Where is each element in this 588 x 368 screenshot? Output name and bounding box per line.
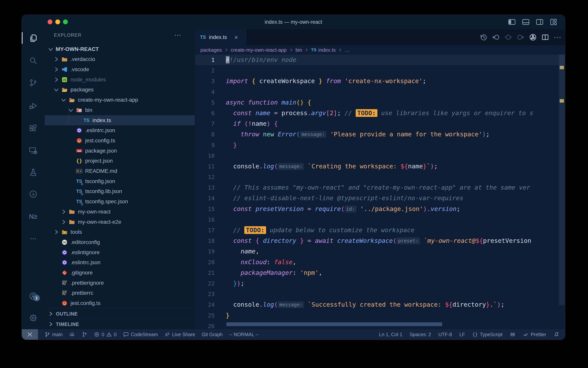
status-item-cursor-position[interactable]: Ln 1, Col 1	[379, 332, 402, 337]
tree-item-tsconfig.spec.json[interactable]: TS⚙tsconfig.spec.json	[45, 197, 195, 207]
breadcrumb-item[interactable]: …	[344, 47, 350, 53]
code-line-18[interactable]: 18 const { directory } = await createWor…	[195, 236, 565, 246]
code-line-25[interactable]: 25}	[195, 310, 565, 321]
code-line-14[interactable]: 14 // eslint-disable-next-line @typescri…	[195, 193, 565, 203]
status-item-encoding[interactable]: UTF-8	[438, 332, 452, 337]
status-item-notifications[interactable]	[553, 331, 559, 337]
status-item-indentation[interactable]: Spaces: 2	[410, 332, 431, 337]
code-line-5[interactable]: 5async function main() {	[195, 97, 565, 108]
code-line-15[interactable]: 15 const presetVersion = require(id: '..…	[195, 204, 565, 214]
toggle-secondary-sidebar-icon[interactable]	[535, 18, 544, 26]
status-item-language-mode[interactable]: {}TypeScript	[472, 332, 502, 337]
status-item-remote-indicator[interactable]	[22, 329, 38, 340]
toggle-panel-icon[interactable]	[522, 18, 530, 26]
timeline-history-icon[interactable]	[480, 33, 488, 41]
code-line-8[interactable]: 8 throw new Error(message: 'Please provi…	[195, 129, 565, 140]
tree-item-package.json[interactable]: npmpackage.json	[45, 146, 195, 156]
activity-item-search[interactable]	[22, 55, 44, 66]
tree-item-.editorconfig[interactable]: .editorconfig	[45, 237, 195, 248]
status-item-live-share[interactable]: Live Share	[164, 331, 195, 337]
horizontal-scrollbar[interactable]	[226, 322, 442, 326]
status-item-publish-sync[interactable]	[69, 331, 75, 337]
tree-item-README.md[interactable]: README.md	[45, 166, 195, 176]
tree-item-index.ts[interactable]: TSindex.ts	[45, 115, 195, 125]
code-line-6[interactable]: 6 const name = process.argv[2]; // TODO:…	[195, 108, 565, 119]
tree-item-jest.config.ts[interactable]: jest.config.ts	[45, 136, 195, 146]
tree-item-jest.config.ts[interactable]: jest.config.ts	[45, 298, 195, 308]
breadcrumb-item[interactable]: create-my-own-react-app	[231, 47, 287, 53]
tree-item-node_modules[interactable]: JSnode_modules	[45, 74, 195, 85]
more-actions-icon[interactable]: ⋯	[553, 33, 561, 42]
breadcrumb-item[interactable]: bin	[296, 47, 302, 53]
code-line-2[interactable]: 2	[195, 65, 565, 76]
close-tab-icon[interactable]: ×	[234, 34, 238, 40]
git-graph-view-icon[interactable]	[529, 33, 537, 41]
tree-item-.verdaccio[interactable]: .verdaccio	[45, 54, 195, 64]
tree-section-root[interactable]: MY-OWN-REACT	[45, 44, 195, 54]
status-item-git-branch[interactable]: main	[44, 331, 63, 337]
vertical-scrollbar[interactable]	[559, 55, 565, 305]
tree-item-.eslintrc.json[interactable]: .eslintrc.json	[45, 258, 195, 268]
tree-item-tools[interactable]: tools	[45, 227, 195, 237]
tree-item-.vscode[interactable]: .vscode	[45, 64, 195, 75]
navigate-forward-icon[interactable]	[517, 33, 525, 41]
activity-item-nx-console[interactable]: N≥	[22, 211, 44, 222]
status-item-eol[interactable]: LF	[459, 332, 465, 337]
split-editor-icon[interactable]	[541, 33, 549, 41]
tree-item-tsconfig.json[interactable]: TS⚙tsconfig.json	[45, 176, 195, 186]
activity-item-more-views[interactable]: ⋯	[22, 233, 44, 244]
sidebar-panel-timeline[interactable]: TIMELINE	[45, 319, 195, 329]
activity-item-account[interactable]: 1	[22, 290, 44, 302]
activity-item-remote-explorer[interactable]	[22, 145, 44, 156]
tree-item-project.json[interactable]: {}project.json	[45, 156, 195, 166]
code-line-24[interactable]: 24 console.log(message: `Successfully cr…	[195, 299, 565, 310]
status-item-codestream[interactable]: CodeStream	[123, 331, 158, 337]
tree-item-.prettierignore[interactable]: .prettierignore	[45, 278, 195, 288]
customize-layout-icon[interactable]	[549, 18, 558, 26]
code-editor[interactable]: 1#!/usr/bin/env node23import { createWor…	[195, 55, 565, 329]
code-line-22[interactable]: 22 });	[195, 278, 565, 289]
code-line-3[interactable]: 3import { createWorkspace } from 'create…	[195, 76, 565, 86]
breadcrumb-item[interactable]: index.ts	[318, 47, 336, 53]
status-item-git-graph[interactable]: Git Graph	[202, 332, 222, 337]
code-line-10[interactable]: 10	[195, 150, 565, 161]
code-line-9[interactable]: 9 }	[195, 140, 565, 150]
status-item-git-compare[interactable]	[81, 331, 87, 337]
code-line-23[interactable]: 23	[195, 289, 565, 299]
activity-item-codestream[interactable]: a	[22, 188, 44, 200]
status-item-problems[interactable]: 00	[94, 331, 117, 337]
status-item-copilot[interactable]	[510, 331, 516, 337]
tree-item-.eslintrc.json[interactable]: .eslintrc.json	[45, 125, 195, 136]
code-line-4[interactable]: 4	[195, 87, 565, 97]
tree-item-create-my-own-react-app[interactable]: create-my-own-react-app	[45, 95, 195, 105]
code-line-13[interactable]: 13 // This assumes "my-own-react" and "c…	[195, 182, 565, 193]
activity-item-source-control[interactable]	[22, 77, 44, 88]
code-line-17[interactable]: 17 // TODO: update below to customize th…	[195, 225, 565, 236]
navigate-dot-icon[interactable]	[504, 33, 512, 41]
code-line-20[interactable]: 20 nxCloud: false,	[195, 257, 565, 267]
activity-item-explorer[interactable]	[22, 33, 44, 44]
navigate-back-icon[interactable]	[492, 33, 500, 41]
status-item-prettier[interactable]: Prettier	[523, 331, 546, 337]
tree-item-packages[interactable]: packages	[45, 85, 195, 95]
toggle-primary-sidebar-icon[interactable]	[508, 18, 516, 26]
status-item-vim-mode[interactable]: -- NORMAL --	[229, 332, 259, 337]
code-line-11[interactable]: 11 console.log(message: `Creating the wo…	[195, 161, 565, 172]
code-line-12[interactable]: 12	[195, 172, 565, 182]
tree-item-.gitignore[interactable]: .gitignore	[45, 268, 195, 278]
code-line-7[interactable]: 7 if (!name) {	[195, 119, 565, 129]
tree-item-.eslintignore[interactable]: .eslintignore	[45, 247, 195, 258]
tree-item-.prettierrc[interactable]: .prettierrc	[45, 288, 195, 298]
breadcrumb-item[interactable]: packages	[200, 47, 222, 53]
code-line-1[interactable]: 1#!/usr/bin/env node	[195, 55, 565, 65]
activity-item-testing[interactable]	[22, 167, 44, 178]
activity-item-run-debug[interactable]	[22, 100, 44, 111]
code-line-19[interactable]: 19 name,	[195, 246, 565, 257]
tree-item-bin[interactable]: 0110bin	[45, 105, 195, 115]
tab-index-ts[interactable]: TS index.ts ×	[195, 29, 247, 45]
code-line-21[interactable]: 21 packageManager: 'npm',	[195, 267, 565, 278]
tree-item-tsconfig.lib.json[interactable]: TS⚙tsconfig.lib.json	[45, 186, 195, 197]
sidebar-panel-outline[interactable]: OUTLINE	[45, 308, 195, 319]
tree-item-my-own-react[interactable]: my-own-react	[45, 207, 195, 217]
activity-item-gear[interactable]	[22, 312, 44, 323]
